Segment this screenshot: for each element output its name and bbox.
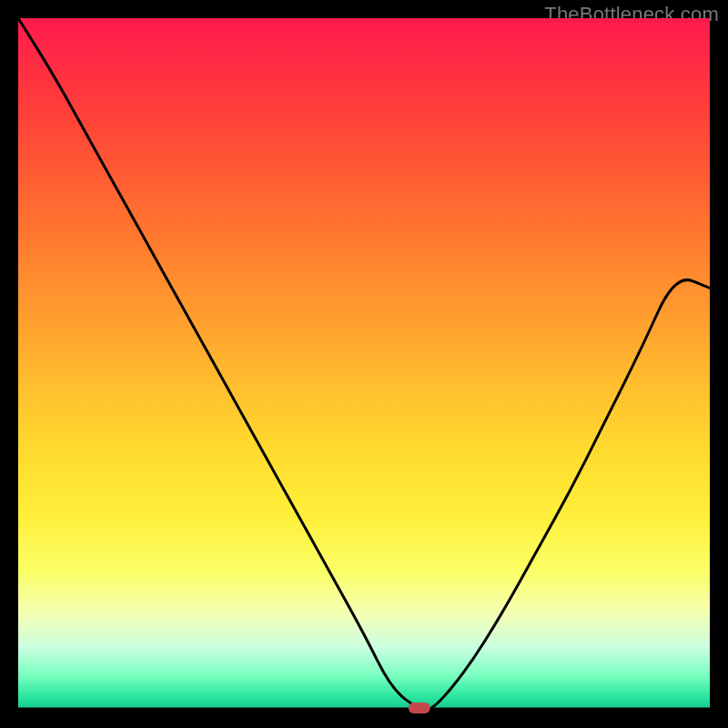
plot-area — [18, 18, 710, 710]
optimal-point-marker — [409, 703, 430, 713]
chart-frame: TheBottleneck.com — [0, 0, 728, 728]
bottleneck-curve — [18, 18, 710, 710]
curve-svg — [18, 18, 710, 710]
